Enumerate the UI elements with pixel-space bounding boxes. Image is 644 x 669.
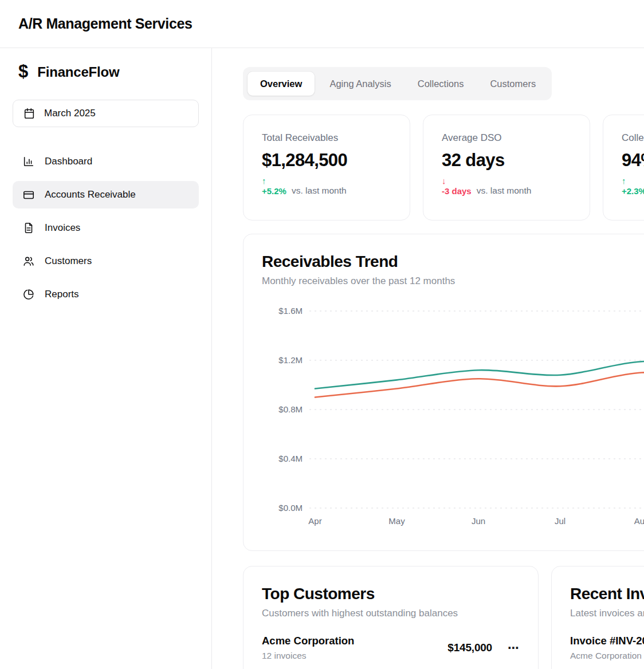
trend-suffix: vs. last month (292, 186, 347, 196)
customer-balance: $145,000 (447, 642, 492, 654)
tab-aging-analysis[interactable]: Aging Analysis (318, 72, 402, 96)
brand: FinanceFlow (13, 63, 199, 81)
sidebar-item-dashboard[interactable]: Dashboard (13, 148, 199, 175)
bottom-cards-row: Top Customers Customers with highest out… (243, 566, 644, 669)
bar-chart-icon (22, 155, 35, 168)
sidebar-item-label: Reports (45, 289, 79, 300)
sidebar: FinanceFlow March 2025 (0, 48, 212, 669)
trend-value: -3 days (442, 186, 472, 196)
sidebar-item-label: Accounts Receivable (45, 189, 136, 200)
stat-trend: ↓ -3 days vs. last month (442, 176, 571, 196)
top-customers-subtitle: Customers with highest outstanding balan… (262, 608, 520, 619)
stat-label: Collection Rate (622, 132, 644, 144)
tab-customers[interactable]: Customers (478, 72, 547, 96)
svg-text:Jul: Jul (555, 516, 566, 526)
svg-text:$0.4M: $0.4M (278, 454, 303, 463)
svg-text:$1.2M: $1.2M (278, 355, 303, 365)
recent-invoices-card: Recent Invoices Latest invoices and paym… (551, 566, 644, 669)
sidebar-item-label: Dashboard (45, 156, 92, 167)
sidebar-nav: Dashboard Accounts Receivable (13, 148, 199, 308)
trend-up-arrow-icon: ↑ (622, 176, 644, 186)
chart-card-header: Receivables Trend Monthly receivables ov… (262, 253, 644, 287)
svg-text:Aug: Aug (634, 516, 644, 526)
calendar-icon (23, 107, 36, 120)
ellipsis-icon[interactable] (508, 642, 520, 654)
sidebar-item-label: Invoices (45, 222, 80, 234)
sidebar-item-accounts-receivable[interactable]: Accounts Receivable (13, 181, 199, 208)
recent-invoices-title: Recent Invoices (570, 585, 644, 603)
svg-text:Jun: Jun (472, 516, 485, 526)
sidebar-item-invoices[interactable]: Invoices (13, 214, 199, 242)
stat-value: 32 days (442, 150, 571, 171)
trend-suffix: vs. last month (477, 186, 532, 196)
tab-bar: Overview Aging Analysis Collections Cust… (243, 67, 552, 100)
receivables-trend-line-chart: $1.6M$1.2M$0.8M$0.4M$0.0MAprMayJunJulAug… (252, 297, 644, 532)
date-selector-label: March 2025 (44, 108, 96, 119)
main-content: Overview Aging Analysis Collections Cust… (212, 48, 644, 669)
app-window: A/R Management Services FinanceFlow Marc… (0, 0, 644, 669)
stats-row: Total Receivables $1,284,500 ↑ +5.2% vs.… (243, 115, 644, 221)
app-header: A/R Management Services (0, 0, 644, 48)
svg-text:May: May (388, 516, 405, 526)
stat-card-total-receivables: Total Receivables $1,284,500 ↑ +5.2% vs.… (243, 115, 410, 221)
top-customers-card: Top Customers Customers with highest out… (243, 566, 539, 669)
trend-value: +2.3% (622, 186, 644, 196)
file-text-icon (22, 222, 35, 234)
top-customers-title: Top Customers (262, 585, 520, 603)
svg-text:$1.6M: $1.6M (278, 306, 303, 316)
tab-collections[interactable]: Collections (406, 72, 476, 96)
trend-up-arrow-icon: ↑ (262, 176, 286, 186)
invoice-number: Invoice #INV-2025-001 (570, 635, 644, 647)
invoice-row: Invoice #INV-2025-001 Acme Corporation (570, 635, 644, 661)
stat-label: Total Receivables (262, 132, 391, 144)
customer-row: Acme Corporation 12 invoices $145,000 (262, 635, 520, 661)
svg-text:$0.0M: $0.0M (278, 503, 303, 513)
svg-text:Apr: Apr (308, 516, 321, 526)
invoice-customer: Acme Corporation (570, 651, 644, 661)
stat-trend: ↑ +5.2% vs. last month (262, 176, 391, 196)
stat-label: Average DSO (442, 132, 571, 144)
customer-name: Acme Corporation (262, 635, 354, 647)
tab-overview[interactable]: Overview (248, 72, 315, 96)
customer-invoice-count: 12 invoices (262, 651, 354, 661)
chart-title: Receivables Trend (262, 253, 455, 271)
stat-value: $1,284,500 (262, 150, 391, 171)
sidebar-item-customers[interactable]: Customers (13, 247, 199, 275)
stat-trend: ↑ +2.3% vs. last month (622, 176, 644, 196)
stat-card-collection-rate: Collection Rate 94% ↑ +2.3% vs. last mon… (603, 115, 644, 221)
stat-card-average-dso: Average DSO 32 days ↓ -3 days vs. last m… (423, 115, 590, 221)
date-selector-button[interactable]: March 2025 (13, 100, 199, 127)
chart-subtitle: Monthly receivables over the past 12 mon… (262, 276, 455, 287)
users-icon (22, 255, 35, 267)
trend-value: +5.2% (262, 186, 286, 196)
pie-chart-icon (22, 288, 35, 301)
stat-value: 94% (622, 150, 644, 171)
layout: FinanceFlow March 2025 (0, 48, 644, 669)
trend-down-arrow-icon: ↓ (442, 176, 472, 186)
svg-text:$0.8M: $0.8M (278, 404, 303, 414)
receivables-trend-card: Receivables Trend Monthly receivables ov… (243, 234, 644, 551)
brand-name: FinanceFlow (37, 64, 119, 80)
dollar-icon (18, 62, 28, 80)
sidebar-item-reports[interactable]: Reports (13, 281, 199, 308)
sidebar-item-label: Customers (45, 255, 92, 267)
page-title: A/R Management Services (18, 15, 192, 32)
recent-invoices-subtitle: Latest invoices and payments (570, 608, 644, 619)
credit-card-icon (22, 188, 35, 201)
